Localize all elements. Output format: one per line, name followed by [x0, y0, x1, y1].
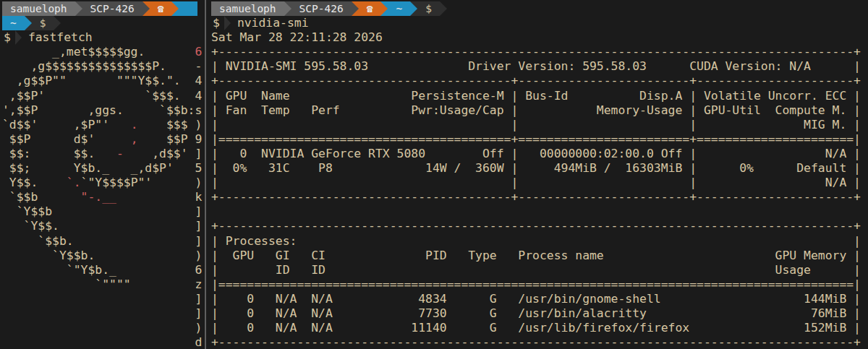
fastfetch-row: Y$$. `.`"Y$$$$P"' ): [2, 176, 205, 190]
fastfetch-row: `$$b "-.__ k: [2, 190, 205, 204]
ascii-art-text: `d$$' ,$P"': [2, 118, 131, 132]
right-terminal-pane[interactable]: samuelophSCP-426☎~$ $nvidia-smi Sat Mar …: [206, 0, 868, 349]
ascii-art-accent: "-.__: [81, 190, 116, 204]
fastfetch-row: `Y$$. ]: [2, 219, 205, 233]
left-terminal-pane[interactable]: samuelophSCP-426☎ ~$ $fastfetch _,met$$$…: [0, 0, 205, 349]
ascii-art-text: `Y$$b ]: [2, 204, 202, 218]
fastfetch-row: `"""" z: [2, 277, 205, 292]
nvidia-smi-row: | 0 NVIDIA GeForce RTX 5080 Off | 000000…: [211, 147, 868, 161]
powerline-arrow-icon: [284, 1, 292, 16]
shell-prompt: $: [2, 30, 15, 45]
fastfetch-row: ): [2, 321, 205, 335]
ascii-art-text: $$: $$.: [2, 147, 116, 160]
nvidia-smi-row: +---------------------------------------…: [211, 219, 868, 233]
ascii-art-accent: -: [116, 147, 124, 160]
fastfetch-row: ,g$$P"" """Y$$.". 4: [2, 74, 205, 88]
ascii-art-accent: .: [131, 118, 138, 132]
nvidia-smi-row: | | | MIG M. |: [211, 118, 868, 132]
nvidia-smi-row: | 0% 31C P8 14W / 360W | 494MiB / 16303M…: [211, 161, 868, 176]
powerline-arrow-icon: [171, 1, 179, 16]
left-prompt-line-2: ~$: [2, 16, 205, 30]
nvidia-smi-row: |=======================================…: [211, 132, 868, 147]
nvidia-smi-row: | ID ID Usage |: [211, 263, 868, 277]
ascii-art-text: `$$b: [2, 190, 81, 204]
nvidia-smi-row: +---------------------------------------…: [211, 45, 868, 59]
user-segment: samueloph: [211, 1, 284, 16]
nvidia-smi-row: | | | N/A |: [211, 176, 868, 190]
fastfetch-row: ]: [2, 292, 205, 306]
ascii-art-text: `$$b. ]: [2, 234, 202, 248]
ascii-art-accent: `.: [67, 176, 81, 189]
ascii-art-text: `Y$$. ]: [2, 219, 202, 233]
right-command-line: $nvidia-smi: [211, 16, 868, 30]
nvidia-smi-row: | 0 N/A N/A 11140 G /usr/lib/firefox/fir…: [211, 321, 868, 335]
fastfetch-output: _,met$$$$$gg. 6 ,g$$$$$$$$$$$$$$$P. - ,g…: [2, 45, 205, 349]
fastfetch-row: ,$$P' `$$$. 4: [2, 89, 205, 103]
ascii-art-text: k: [116, 190, 202, 204]
ascii-art-text: ,d$$' ]: [124, 147, 203, 160]
nvidia-smi-row: | 0 N/A N/A 7730 G /usr/bin/alacritty 76…: [211, 306, 868, 321]
ascii-art-text: Y$$.: [2, 176, 67, 189]
fastfetch-row: ,g$$$$$$$$$$$$$$$P. -: [2, 59, 205, 74]
nvidia-smi-row: | GPU Name Persistence-M | Bus-Id Disp.A…: [211, 89, 868, 103]
ascii-art-text: $$P d$': [2, 132, 131, 146]
prompt-chevron-icon: [15, 30, 22, 45]
powerline-arrow-icon: [75, 1, 82, 16]
fastfetch-row: `$$b. ]: [2, 234, 205, 249]
fastfetch-row: `d$$' ,$P"' . $$$ ): [2, 118, 205, 132]
right-prompt-line: samuelophSCP-426☎~$: [211, 1, 868, 16]
cwd-segment-clipped: [179, 1, 197, 16]
ascii-art-text: $$; Y$b._ _,d$P' 5: [2, 161, 202, 175]
shell-prompt: $: [211, 16, 224, 30]
phone-icon: ☎: [359, 1, 381, 16]
ascii-art-text: `Y$$b. ): [2, 249, 202, 262]
powerline-arrow-icon: [352, 1, 359, 16]
left-command-line: $fastfetch: [2, 30, 205, 45]
ascii-art-text: ,g$$P"" """Y$$.". 4: [2, 74, 202, 87]
powerline-arrow-icon: [142, 1, 150, 16]
ascii-art-text: d: [2, 335, 202, 349]
fastfetch-row: `"Y$b._ 6: [2, 263, 205, 277]
phone-icon: ☎: [150, 1, 172, 16]
terminal-window: samuelophSCP-426☎ ~$ $fastfetch _,met$$$…: [0, 0, 868, 349]
powerline-arrow-icon: [25, 16, 32, 30]
ascii-art-text: ,$$P' `$$$. 4: [2, 89, 202, 103]
cwd-segment: ~: [388, 1, 410, 16]
ascii-art-text: $$P 9: [138, 132, 203, 146]
nvidia-smi-output: +---------------------------------------…: [211, 45, 868, 349]
ascii-art-text: ',$$P ,ggs. `$$b:s: [2, 103, 202, 117]
nvidia-smi-row: +---------------------------------------…: [211, 74, 868, 88]
shell-segment: $: [32, 16, 54, 30]
ascii-art-text: `"Y$b._ 6: [2, 263, 202, 277]
ascii-art-text: ,g$$$$$$$$$$$$$$$P. -: [2, 59, 202, 73]
fastfetch-row: ]: [2, 306, 205, 321]
nvidia-smi-row: +---------------------------------------…: [211, 335, 868, 349]
nvidia-smi-row: | GPU GI CI PID Type Process name GPU Me…: [211, 249, 868, 263]
user-segment: samueloph: [2, 1, 75, 16]
ascii-art-text: ]: [2, 292, 202, 306]
fastfetch-row: $$P d$' , $$P 9: [2, 132, 205, 147]
ascii-art-text: ]: [2, 306, 202, 320]
nvidia-smi-row: | Fan Temp Perf Pwr:Usage/Cap | Memory-U…: [211, 103, 868, 118]
ascii-art-text: `"Y$$$$P"' ): [81, 176, 203, 189]
cwd-segment: ~: [2, 16, 25, 30]
fastfetch-row: $$: $$. - ,d$$' ]: [2, 147, 205, 161]
powerline-arrow-icon: [380, 1, 388, 16]
date-line: Sat Mar 28 22:11:28 2026: [211, 30, 868, 45]
powerline-arrow-icon: [440, 1, 447, 16]
nvidia-smi-row: +---------------------------------------…: [211, 190, 868, 204]
command-text: nvidia-smi: [237, 16, 309, 30]
host-segment: SCP-426: [292, 1, 352, 16]
fastfetch-row: _,met$$$$$gg. 6: [2, 45, 205, 59]
fastfetch-row: ',$$P ,ggs. `$$b:s: [2, 103, 205, 118]
fastfetch-row: d: [2, 335, 205, 349]
ascii-art-accent: ,: [131, 132, 138, 146]
ascii-art-text: `"""" z: [2, 277, 202, 291]
nvidia-smi-row: |=======================================…: [211, 277, 868, 292]
fastfetch-row: $$; Y$b._ _,d$P' 5: [2, 161, 205, 176]
nvidia-smi-row: | Processes: |: [211, 234, 868, 249]
nvidia-smi-row: [211, 204, 868, 219]
powerline-arrow-icon: [54, 16, 61, 30]
command-text: fastfetch: [28, 30, 93, 45]
host-segment: SCP-426: [82, 1, 142, 16]
